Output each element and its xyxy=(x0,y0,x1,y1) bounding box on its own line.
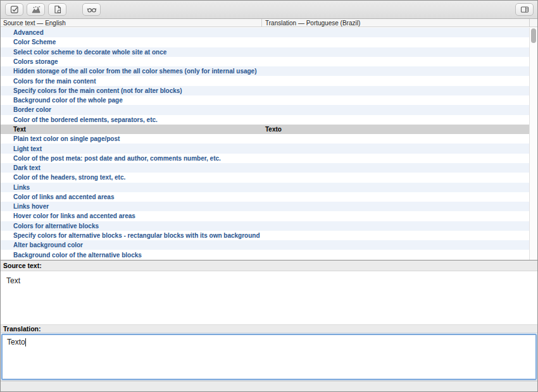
row-source-text: Alter background color xyxy=(1,242,261,248)
stats-chart-icon xyxy=(31,4,41,15)
row-source-text: Colors for alternative blocks xyxy=(1,223,261,230)
translation-input[interactable]: Texto xyxy=(1,334,537,380)
translation-column-header[interactable]: Translation — Portuguese (Brazil) xyxy=(261,19,529,27)
table-row[interactable]: Select color scheme to decorate whole si… xyxy=(1,47,529,57)
table-row[interactable]: Light text xyxy=(1,144,529,153)
translation-app-window: Source text — English Translation — Port… xyxy=(0,0,538,392)
row-source-text: Background color of the whole page xyxy=(1,97,261,104)
source-text-label: Source text: xyxy=(1,260,537,271)
row-source-text: Background color of the alternative bloc… xyxy=(1,252,261,259)
row-translation-text: Texto xyxy=(261,126,529,133)
translation-label: Translation: xyxy=(1,324,537,333)
table-row[interactable]: Links xyxy=(1,183,529,192)
table-row[interactable]: Color Scheme xyxy=(1,37,529,47)
row-source-text: Dark text xyxy=(1,164,261,171)
table-row[interactable]: TextTexto xyxy=(1,125,529,134)
translation-value: Texto xyxy=(7,338,25,346)
row-source-text: Colors storage xyxy=(1,58,261,65)
status-bar: Translated: 1 of 2765 (0 %) • Remaining:… xyxy=(1,381,537,391)
table-scrollbar-track[interactable] xyxy=(529,28,537,260)
row-source-text: Select color scheme to decorate whole si… xyxy=(1,49,261,56)
table-row[interactable]: Color of the post meta: post date and au… xyxy=(1,154,529,163)
row-source-text: Advanced xyxy=(1,29,261,36)
row-source-text: Specify colors for alternative blocks - … xyxy=(1,232,261,239)
glasses-icon xyxy=(86,4,97,15)
table-row[interactable]: Hover color for links and accented areas xyxy=(1,211,529,221)
row-source-text: Links hover xyxy=(1,203,261,210)
table-row[interactable]: Color of the headers, strong text, etc. xyxy=(1,173,529,182)
source-column-header[interactable]: Source text — English xyxy=(1,19,261,27)
source-text-value: Text xyxy=(6,276,20,285)
table-row[interactable]: Advanced xyxy=(1,28,529,37)
review-button[interactable] xyxy=(82,3,101,16)
validate-button[interactable] xyxy=(5,3,23,16)
table-row[interactable]: Color of the bordered elements, separato… xyxy=(1,115,529,125)
table-row[interactable]: Background color of the alternative bloc… xyxy=(1,250,529,259)
table-row[interactable]: Plain text color on single page/post xyxy=(1,134,529,144)
text-caret xyxy=(25,338,26,346)
row-source-text: Colors for the main content xyxy=(1,78,261,85)
table-row[interactable]: Border color xyxy=(1,105,529,114)
table-scrollbar-thumb[interactable] xyxy=(531,28,536,43)
row-source-text: Light text xyxy=(1,145,261,152)
sidebar-panel-icon xyxy=(520,4,530,15)
table-row[interactable]: Specify colors for alternative blocks - … xyxy=(1,231,529,240)
row-source-text: Plain text color on single page/post xyxy=(1,135,261,142)
source-text-view: Text xyxy=(1,272,537,324)
table-row[interactable]: Specify colors for the main content (not… xyxy=(1,86,529,95)
table-row[interactable]: Colors for the main content xyxy=(1,76,529,85)
table-header: Source text — English Translation — Port… xyxy=(1,19,537,27)
scrollbar-column-header xyxy=(529,19,537,27)
table-row[interactable]: Background color of the whole page xyxy=(1,95,529,105)
row-source-text: Border color xyxy=(1,106,261,113)
sidebar-toggle-button[interactable] xyxy=(515,3,534,16)
table-row[interactable]: Hidden storage of the all color from the… xyxy=(1,66,529,76)
row-source-text: Hover color for links and accented areas xyxy=(1,212,261,219)
row-source-text: Specify colors for the main content (not… xyxy=(1,87,261,94)
row-source-text: Color of the post meta: post date and au… xyxy=(1,155,261,162)
statistics-button[interactable] xyxy=(27,3,45,16)
row-source-text: Hidden storage of the all color from the… xyxy=(1,68,261,75)
row-source-text: Color of the headers, strong text, etc. xyxy=(1,174,261,181)
table-row[interactable]: Dark text xyxy=(1,163,529,173)
table-row[interactable]: Alter background color xyxy=(1,240,529,250)
table-row[interactable]: Colors storage xyxy=(1,57,529,66)
toolbar xyxy=(1,1,537,19)
translation-table: AdvancedColor SchemeSelect color scheme … xyxy=(1,28,529,260)
update-source-button[interactable] xyxy=(48,3,66,16)
row-source-text: Links xyxy=(1,184,261,191)
table-row[interactable]: Links hover xyxy=(1,202,529,211)
row-source-text: Color of links and accented areas xyxy=(1,193,261,200)
table-row[interactable]: Colors for alternative blocks xyxy=(1,221,529,231)
row-source-text: Text xyxy=(1,126,261,133)
document-refresh-icon xyxy=(53,4,63,15)
row-source-text: Color of the bordered elements, separato… xyxy=(1,116,261,123)
row-source-text: Color Scheme xyxy=(1,39,261,46)
table-row[interactable]: Color of links and accented areas xyxy=(1,192,529,202)
checkbox-check-icon xyxy=(9,4,20,15)
